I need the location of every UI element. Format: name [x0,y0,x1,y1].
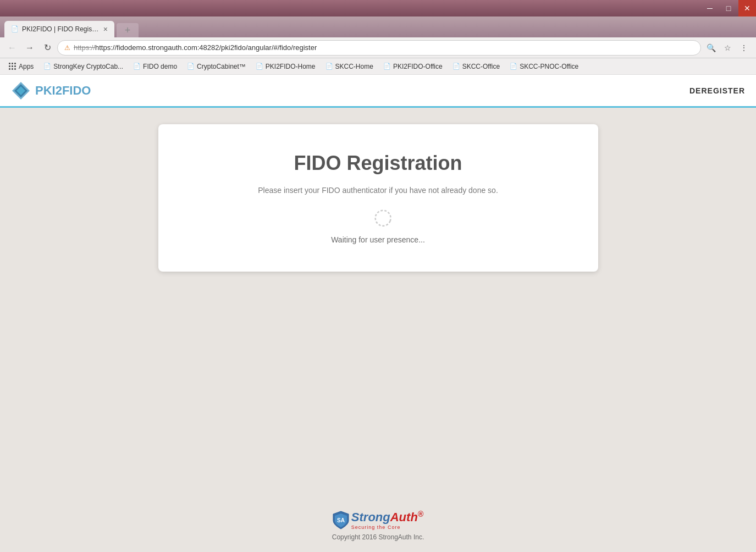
registration-card: FIDO Registration Please insert your FID… [158,124,598,272]
loading-area: Waiting for user presence... [331,211,425,244]
bookmark-skcc-pnoc-office-label: SKCC-PNOC-Office [520,63,578,70]
app-logo: PKI2FIDO [11,81,91,101]
waiting-text: Waiting for user presence... [331,235,425,244]
app-logo-text: PKI2FIDO [35,84,91,98]
bookmark-strongkey-label: StrongKey CryptoCab... [53,63,123,70]
app-header: PKI2FIDO DEREGISTER [0,75,756,108]
bookmark-strongkey[interactable]: 📄 StrongKey CryptoCab... [39,61,128,72]
footer-logo: SA StrongAuth® Securing the Core [333,510,423,530]
loading-spinner [369,211,387,229]
footer-brand-strong: Strong [351,511,390,525]
footer-tagline: Securing the Core [351,525,401,530]
footer-brand-auth: Auth [390,511,418,525]
bookmark-skcc-office[interactable]: 📄 SKCC-Office [448,61,504,72]
back-button[interactable]: ← [4,40,20,56]
apps-grid-icon [9,63,16,70]
address-bar-row: ← → ↻ ⚠ https://https://fidodemo.stronga… [0,37,756,58]
bookmark-pki2fido-home[interactable]: 📄 PKI2FIDO-Home [251,61,320,72]
bookmark-skcc-office-label: SKCC-Office [462,63,500,70]
strongauth-shield-icon: SA [333,511,349,529]
bookmark-fido-demo-label: FIDO demo [143,63,177,70]
bookmark-page-icon-3: 📄 [256,63,263,70]
tab-favicon-icon: 📄 [11,25,19,33]
bookmark-page-icon-5: 📄 [383,63,391,70]
bookmark-page-icon-7: 📄 [510,63,517,70]
maximize-button[interactable]: □ [720,0,737,16]
tab-close-button[interactable]: × [103,25,108,33]
bookmark-pki2fido-office[interactable]: 📄 PKI2FIDO-Office [379,61,447,72]
menu-button[interactable]: ⋮ [736,40,752,56]
svg-text:SA: SA [337,517,345,523]
pki2fido-logo-icon [11,81,31,101]
bookmark-pki2fido-home-label: PKI2FIDO-Home [266,63,316,70]
app-footer: SA StrongAuth® Securing the Core Copyrig… [0,499,756,552]
bookmark-page-icon-4: 📄 [325,63,333,70]
bookmark-apps[interactable]: Apps [4,61,38,72]
deregister-button[interactable]: DEREGISTER [689,86,745,95]
svg-point-3 [376,206,398,228]
bookmark-cryptocabinet[interactable]: 📄 CryptoCabinet™ [183,61,250,72]
window-chrome: ─ □ ✕ [0,0,756,16]
forward-button[interactable]: → [22,40,37,56]
footer-copyright: Copyright 2016 StrongAuth Inc. [332,533,424,541]
bookmark-page-icon-0: 📄 [43,63,51,70]
bookmark-page-icon-2: 📄 [187,63,195,70]
minimize-button[interactable]: ─ [701,0,719,16]
bookmark-page-icon-6: 📄 [453,63,460,70]
bookmark-fido-demo[interactable]: 📄 FIDO demo [129,61,181,72]
bookmarks-bar: Apps 📄 StrongKey CryptoCab... 📄 FIDO dem… [0,58,756,75]
bookmark-pki2fido-office-label: PKI2FIDO-Office [393,63,443,70]
page-subtitle: Please insert your FIDO authenticator if… [258,186,498,195]
bookmark-skcc-pnoc-office[interactable]: 📄 SKCC-PNOC-Office [505,61,583,72]
tab-title: PKI2FIDO | FIDO Registra... [22,25,100,33]
bookmark-apps-label: Apps [19,63,34,70]
bookmark-skcc-home[interactable]: 📄 SKCC-Home [321,61,378,72]
footer-brand-symbol: ® [418,510,423,518]
page-title: FIDO Registration [294,152,462,175]
search-button[interactable]: 🔍 [703,40,719,56]
footer-brand-text: StrongAuth® Securing the Core [351,510,423,530]
tab-bar: 📄 PKI2FIDO | FIDO Registra... × + [0,16,756,37]
close-button[interactable]: ✕ [738,0,756,16]
url-text: https://https://fidodemo.strongauth.com:… [74,43,317,52]
address-actions: 🔍 ☆ ⋮ [703,40,752,56]
window-controls: ─ □ ✕ [701,0,756,16]
browser-tab[interactable]: 📄 PKI2FIDO | FIDO Registra... × [4,21,114,37]
address-bar[interactable]: ⚠ https://https://fidodemo.strongauth.co… [57,40,701,56]
security-warning-icon: ⚠ [64,44,70,52]
bookmark-page-icon-1: 📄 [133,63,141,70]
new-tab-button[interactable]: + [117,23,139,37]
refresh-button[interactable]: ↻ [40,40,55,56]
bookmark-star-button[interactable]: ☆ [720,40,735,56]
bookmark-skcc-home-label: SKCC-Home [335,63,373,70]
main-content: FIDO Registration Please insert your FID… [0,108,756,499]
app-area: PKI2FIDO DEREGISTER FIDO Registration Pl… [0,75,756,552]
bookmark-cryptocabinet-label: CryptoCabinet™ [197,63,246,70]
